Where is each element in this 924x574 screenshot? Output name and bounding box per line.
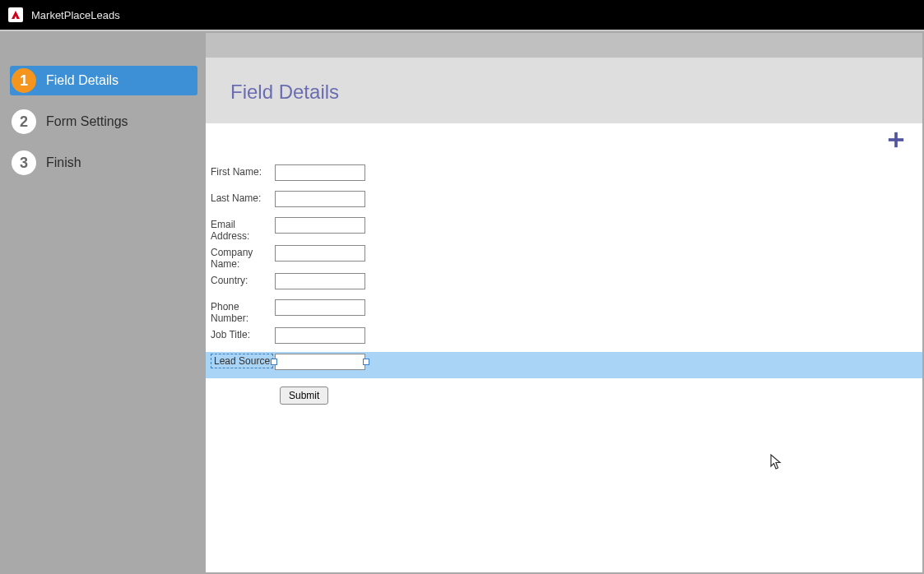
submit-row: Submit [211,378,922,405]
wizard-step-field-details[interactable]: 1 Field Details [10,66,197,95]
field-label: Company Name: [211,245,275,270]
company-input[interactable] [275,245,365,262]
header-spacer [206,33,922,58]
phone-input[interactable] [275,299,365,316]
page-header: Field Details [206,58,922,123]
field-row-job-title[interactable]: Job Title: [206,326,922,352]
titlebar: MarketPlaceLeads [0,0,924,31]
job-title-input[interactable] [275,327,365,344]
first-name-input[interactable] [275,164,365,181]
field-row-phone[interactable]: Phone Number: [206,298,922,326]
field-label: First Name: [211,164,275,178]
field-label: Email Address: [211,217,275,242]
field-label: Phone Number: [211,299,275,324]
field-label-editbox[interactable]: Lead Source [211,354,273,368]
field-row-last-name[interactable]: Last Name: [206,189,922,215]
add-field-button[interactable] [885,128,908,151]
workspace: 1 Field Details 2 Form Settings 3 Finish… [0,31,924,574]
field-label: Job Title: [211,327,275,340]
app-logo [8,7,23,22]
main-panel: Field Details First Name: Last Name: [206,33,922,572]
lead-source-input[interactable] [275,354,365,370]
submit-button[interactable]: Submit [280,387,328,405]
step-label: Finish [46,155,81,170]
input-selection-handles[interactable] [275,354,365,370]
step-number-badge: 2 [12,109,36,134]
step-number-badge: 1 [12,68,36,93]
plus-icon [887,131,905,149]
field-label: Country: [211,273,275,286]
field-row-company[interactable]: Company Name: [206,243,922,271]
form-canvas: First Name: Last Name: Email Address: Co… [206,123,922,572]
field-label: Last Name: [211,191,275,204]
email-input[interactable] [275,217,365,234]
wizard-step-finish[interactable]: 3 Finish [10,148,197,178]
last-name-input[interactable] [275,191,365,207]
fields-list: First Name: Last Name: Email Address: Co… [206,132,922,405]
field-row-lead-source[interactable]: Lead Source [206,352,922,378]
app-title: MarketPlaceLeads [31,9,120,21]
svg-rect-1 [889,138,903,141]
field-row-country[interactable]: Country: [206,271,922,298]
wizard-step-form-settings[interactable]: 2 Form Settings [10,107,197,137]
wizard-sidebar: 1 Field Details 2 Form Settings 3 Finish [2,33,206,572]
step-number-badge: 3 [12,150,36,175]
field-label: Lead Source [211,354,275,367]
step-label: Form Settings [46,114,128,129]
field-row-email[interactable]: Email Address: [206,215,922,243]
field-row-first-name[interactable]: First Name: [206,163,922,189]
country-input[interactable] [275,273,365,289]
step-label: Field Details [46,73,118,88]
page-title: Field Details [230,81,898,104]
